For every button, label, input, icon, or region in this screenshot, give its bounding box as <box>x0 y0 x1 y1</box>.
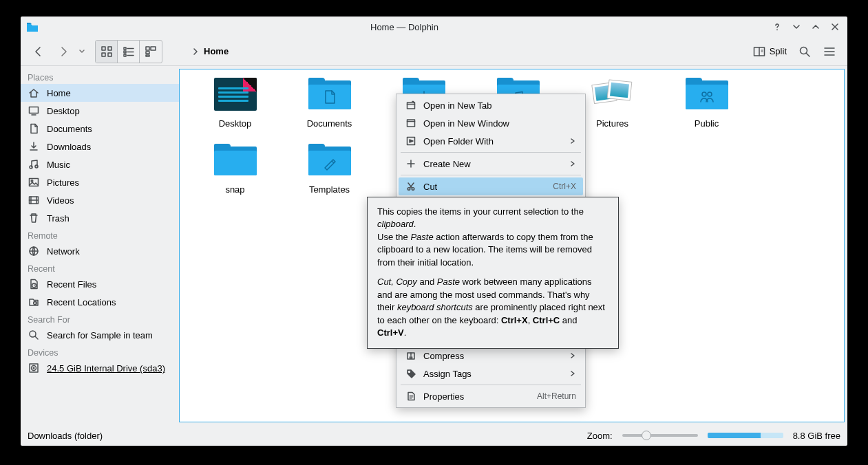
zoom-slider[interactable] <box>622 434 698 437</box>
sidebar-item-music[interactable]: Music <box>21 155 179 173</box>
search-icon <box>28 329 40 341</box>
sidebar-item-videos[interactable]: Videos <box>21 191 179 209</box>
ctx-open-with[interactable]: Open Folder With <box>399 132 583 150</box>
svg-point-28 <box>702 92 706 96</box>
ctx-properties[interactable]: PropertiesAlt+Return <box>399 387 583 405</box>
ctx-assign-tags[interactable]: Assign Tags <box>399 365 583 382</box>
svg-rect-13 <box>30 107 39 113</box>
toolbar: Home Split <box>21 37 847 66</box>
icons-view-button[interactable] <box>96 41 118 63</box>
new-window-icon <box>405 118 416 129</box>
drive-icon <box>28 362 40 374</box>
svg-rect-30 <box>407 102 415 109</box>
svg-rect-0 <box>102 47 105 50</box>
svg-point-24 <box>32 366 36 371</box>
forward-button[interactable] <box>52 41 74 63</box>
downloads-icon <box>28 140 40 153</box>
svg-rect-9 <box>146 52 149 54</box>
svg-rect-10 <box>146 55 149 56</box>
properties-icon <box>405 391 416 402</box>
places-panel: Places Home Desktop Documents Downloads … <box>21 66 179 425</box>
svg-point-15 <box>35 165 38 168</box>
sidebar-item-recent-locations[interactable]: Recent Locations <box>21 293 179 311</box>
svg-rect-4 <box>124 47 126 50</box>
file-desktop[interactable]: Desktop <box>188 75 282 141</box>
ctx-create-new[interactable]: Create New <box>399 155 583 173</box>
sidebar-item-downloads[interactable]: Downloads <box>21 138 179 155</box>
compact-view-button[interactable] <box>118 41 140 63</box>
submenu-arrow-icon <box>569 351 576 361</box>
help-button[interactable] <box>770 20 784 34</box>
tag-icon <box>405 368 416 379</box>
documents-icon <box>28 122 40 135</box>
videos-icon <box>28 194 40 206</box>
close-button[interactable] <box>828 20 842 34</box>
submenu-arrow-icon <box>569 136 576 147</box>
ctx-open-new-tab[interactable]: Open in New Tab <box>399 96 583 114</box>
file-snap[interactable]: snap <box>188 141 282 207</box>
free-space: 8.8 GiB free <box>793 431 840 441</box>
breadcrumb[interactable]: Home <box>191 46 229 56</box>
network-icon <box>28 245 40 257</box>
pictures-thumb-icon <box>591 78 634 111</box>
section-remote: Remote <box>21 227 179 242</box>
maximize-button[interactable] <box>809 20 823 34</box>
folder-icon <box>686 78 728 111</box>
ctx-cut[interactable]: CutCtrl+X <box>399 177 583 195</box>
svg-rect-16 <box>30 179 39 186</box>
disk-usage-bar <box>708 433 783 438</box>
new-tab-icon <box>405 100 416 111</box>
status-selection: Downloads (folder) <box>28 431 103 441</box>
music-icon <box>28 158 40 171</box>
submenu-arrow-icon <box>569 159 576 169</box>
folder-icon <box>308 78 351 111</box>
svg-rect-1 <box>108 47 112 50</box>
sidebar-item-drive[interactable]: 24.5 GiB Internal Drive (sda3) <box>21 359 179 377</box>
file-documents[interactable]: Documents <box>282 75 377 141</box>
compress-icon <box>405 350 416 361</box>
zoom-label: Zoom: <box>587 431 613 441</box>
menu-separator <box>401 385 581 385</box>
sidebar-item-recent-files[interactable]: Recent Files <box>21 275 179 293</box>
sidebar-item-trash[interactable]: Trash <box>21 209 179 227</box>
view-mode-group <box>95 40 162 63</box>
svg-rect-31 <box>407 120 415 127</box>
app-icon <box>26 21 39 33</box>
nav-history-dropdown[interactable] <box>77 41 87 63</box>
split-label: Split <box>770 46 787 56</box>
plus-icon <box>405 158 416 169</box>
file-templates[interactable]: Templates <box>282 141 377 207</box>
svg-point-17 <box>31 180 33 182</box>
sidebar-item-desktop[interactable]: Desktop <box>21 102 179 120</box>
whatsthis-tooltip: This copies the items in your current se… <box>367 197 619 349</box>
ctx-open-new-window[interactable]: Open in New Window <box>399 114 583 132</box>
ctx-compress[interactable]: Compress <box>399 347 583 365</box>
svg-point-29 <box>708 92 712 96</box>
sidebar-item-pictures[interactable]: Pictures <box>21 173 179 191</box>
svg-rect-3 <box>108 53 112 56</box>
file-public[interactable]: Public <box>659 75 754 141</box>
open-with-icon <box>405 136 416 147</box>
recent-files-icon <box>28 278 40 290</box>
sidebar-item-network[interactable]: Network <box>21 242 179 260</box>
sidebar-item-home[interactable]: Home <box>21 84 179 102</box>
recent-locations-icon <box>28 296 40 308</box>
svg-rect-2 <box>102 53 105 56</box>
details-view-button[interactable] <box>140 41 162 63</box>
desktop-thumb-icon <box>214 78 257 111</box>
home-icon <box>28 87 40 99</box>
menu-separator <box>401 175 581 175</box>
svg-point-25 <box>33 367 34 369</box>
search-button[interactable] <box>794 41 816 63</box>
minimize-button[interactable] <box>790 20 803 34</box>
menu-separator <box>401 152 581 153</box>
sidebar-item-documents[interactable]: Documents <box>21 120 179 138</box>
svg-rect-6 <box>124 54 126 56</box>
window-title: Home — Dolphin <box>44 22 765 32</box>
section-search: Search For <box>21 311 179 326</box>
hamburger-menu-button[interactable] <box>818 41 840 63</box>
sidebar-item-saved-search[interactable]: Search for Sample in team <box>21 326 179 344</box>
svg-rect-5 <box>124 51 126 53</box>
back-button[interactable] <box>28 41 50 63</box>
split-view-button[interactable]: Split <box>749 41 791 63</box>
